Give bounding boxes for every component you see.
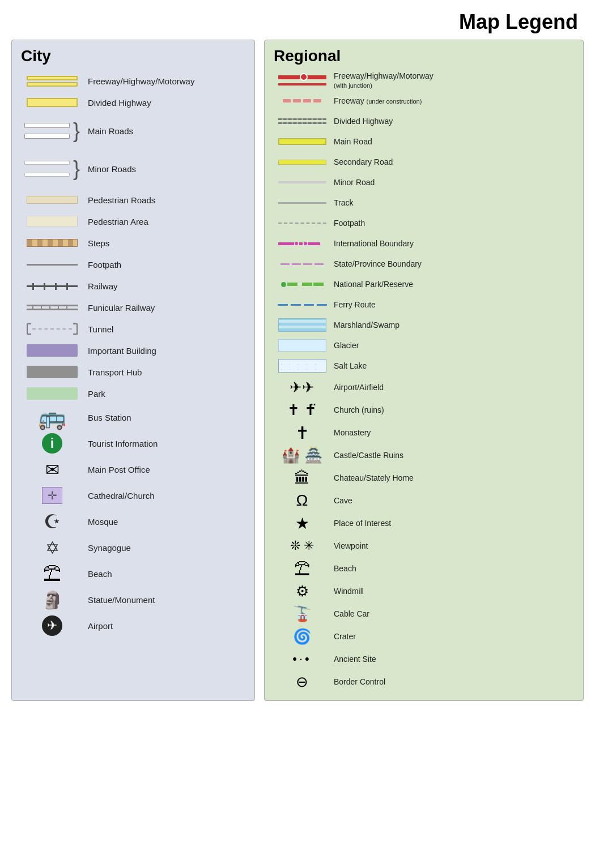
list-item: Ferry Route (274, 295, 574, 314)
r-saltlake-icon: · · · · · · · · · · (274, 359, 330, 373)
city-title: City (21, 47, 245, 65)
mosque-label: Mosque (83, 517, 118, 527)
r-cablecar-label: Cable Car (330, 609, 369, 618)
list-item: Steps (21, 233, 245, 253)
r-intl-boundary-label: International Boundary (330, 239, 414, 248)
list-item: Divided Highway (274, 112, 574, 131)
r-freeway-construction-label: Freeway (under construction) (330, 96, 422, 105)
list-item: Freeway/Highway/Motorway(with junction) (274, 71, 574, 90)
list-item: ❊ ✳ Viewpoint (274, 535, 574, 557)
r-secondary-icon (274, 160, 330, 165)
list-item: •·• Ancient Site (274, 648, 574, 670)
r-viewpoint-label: Viewpoint (330, 541, 368, 550)
r-place-interest-label: Place of Interest (330, 519, 391, 528)
pedestrian-area-icon (21, 216, 83, 227)
pedestrian-roads-icon (21, 196, 83, 204)
statue-icon: 🗿 (21, 590, 83, 610)
r-border-label: Border Control (330, 677, 385, 686)
r-crater-icon: 🌀 (274, 628, 330, 645)
steps-icon (21, 239, 83, 247)
r-intl-boundary-icon (274, 242, 330, 245)
list-item: Footpath (274, 213, 574, 233)
r-marshland-icon (274, 318, 330, 332)
r-minor-icon (274, 181, 330, 183)
r-cave-label: Cave (330, 496, 352, 505)
footpath-label: Footpath (83, 260, 121, 270)
bus-station-label: Bus Station (83, 413, 131, 422)
r-ferry-label: Ferry Route (330, 300, 376, 309)
airport-city-icon: ✈ (21, 615, 83, 636)
list-item: 🌀 Crater (274, 626, 574, 647)
r-windmill-label: Windmill (330, 587, 364, 596)
synagogue-icon: ✡ (21, 538, 83, 558)
tourist-info-label: Tourist Information (83, 439, 158, 448)
bus-station-icon: 🚌 (21, 406, 83, 429)
r-border-icon: ⊖ (274, 673, 330, 691)
important-building-label: Important Building (83, 346, 156, 356)
r-saltlake-label: Salt Lake (330, 361, 367, 370)
list-item: Freeway/Highway/Motorway (21, 71, 245, 91)
regional-column: Regional Freeway/Highway/Motorway(with j… (264, 40, 584, 701)
r-divided-label: Divided Highway (330, 117, 393, 126)
important-building-icon (21, 344, 83, 357)
r-footpath-label: Footpath (330, 219, 365, 228)
r-castle-label: Castle/Castle Ruins (330, 451, 403, 460)
list-item: Important Building (21, 340, 245, 361)
railway-label: Railway (83, 281, 118, 291)
r-glacier-label: Glacier (330, 341, 359, 350)
minor-roads-label: Minor Roads (83, 164, 136, 174)
list-item: State/Province Boundary (274, 254, 574, 273)
beach-city-icon: ⛱ (21, 563, 83, 584)
pedestrian-area-label: Pedestrian Area (83, 217, 148, 226)
list-item: ✡ Synagogue (21, 535, 245, 560)
funicular-icon (21, 303, 83, 311)
pedestrian-roads-label: Pedestrian Roads (83, 195, 155, 205)
r-place-interest-icon: ★ (274, 514, 330, 533)
list-item: Divided Highway (21, 92, 245, 113)
steps-label: Steps (83, 238, 109, 248)
list-item: Transport Hub (21, 362, 245, 382)
list-item: ⚙ Windmill (274, 580, 574, 602)
r-monastery-icon: ✝ (274, 423, 330, 443)
r-freeway-construction-icon (274, 99, 330, 102)
list-item: ☪ Mosque (21, 509, 245, 534)
r-divided-icon (274, 118, 330, 124)
post-office-label: Main Post Office (83, 465, 150, 474)
r-castle-icon: 🏰 🏯 (274, 447, 330, 464)
r-cablecar-icon: 🚡 (274, 605, 330, 623)
list-item: International Boundary (274, 234, 574, 253)
r-ancient-icon: •·• (274, 652, 330, 666)
list-item: ✈✈ Airport/Airfield (274, 377, 574, 398)
list-item: Railway (21, 276, 245, 296)
park-label: Park (83, 389, 105, 399)
r-beach-label: Beach (330, 564, 356, 573)
list-item: Park (21, 383, 245, 404)
park-icon (21, 387, 83, 400)
transport-hub-icon (21, 366, 83, 378)
synagogue-label: Synagogue (83, 543, 131, 553)
list-item: ⛱ Beach (21, 561, 245, 586)
transport-hub-label: Transport Hub (83, 367, 142, 377)
list-item: Footpath (21, 254, 245, 275)
list-item: ✈ Airport (21, 613, 245, 638)
r-airport-icon: ✈✈ (274, 379, 330, 396)
post-office-icon: ✉ (21, 460, 83, 480)
r-state-boundary-icon (274, 263, 330, 265)
list-item: 🚡 Cable Car (274, 603, 574, 625)
list-item: i Tourist Information (21, 431, 245, 456)
r-beach-icon: ⛱ (274, 559, 330, 578)
r-windmill-icon: ⚙ (274, 583, 330, 600)
list-item: Main Road (274, 132, 574, 151)
r-mainroad-icon (274, 138, 330, 145)
list-item: ★ Place of Interest (274, 512, 574, 534)
divided-hwy-label: Divided Highway (83, 98, 151, 108)
list-item: Tunnel (21, 319, 245, 339)
r-viewpoint-icon: ❊ ✳ (274, 538, 330, 553)
page-title: Map Legend (0, 0, 595, 40)
r-natpark-icon (274, 282, 330, 287)
list-item: ⛱ Beach (274, 558, 574, 579)
list-item: 🗿 Statue/Monument (21, 587, 245, 612)
r-track-icon (274, 202, 330, 204)
r-chateau-label: Chateau/Stately Home (330, 473, 414, 482)
main-roads-icon: } (21, 121, 83, 141)
